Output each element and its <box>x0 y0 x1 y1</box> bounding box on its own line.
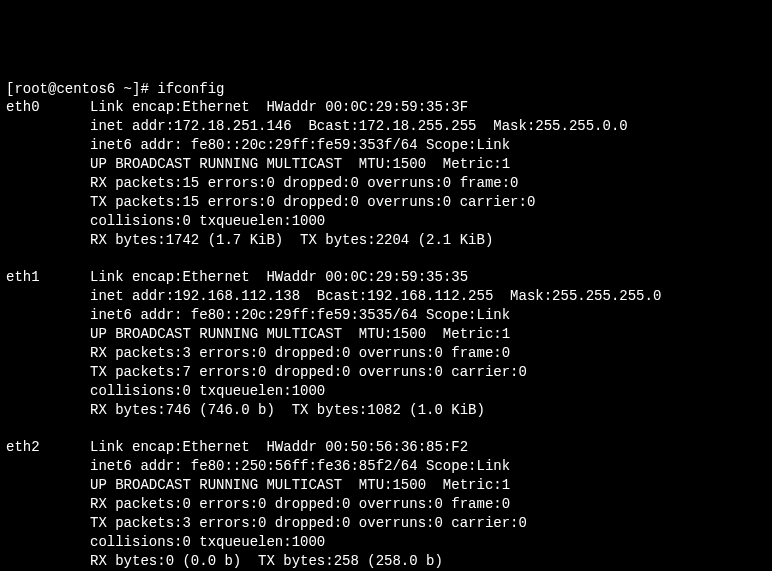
iface-detail: Link encap:Ethernet HWaddr 00:0C:29:59:3… <box>90 269 468 285</box>
iface-detail: collisions:0 txqueuelen:1000 <box>90 534 325 550</box>
iface-line: inet addr:172.18.251.146 Bcast:172.18.25… <box>6 117 766 136</box>
iface-detail: collisions:0 txqueuelen:1000 <box>90 383 325 399</box>
iface-detail: inet addr:192.168.112.138 Bcast:192.168.… <box>90 288 661 304</box>
iface-detail: UP BROADCAST RUNNING MULTICAST MTU:1500 … <box>90 477 510 493</box>
iface-detail: RX bytes:746 (746.0 b) TX bytes:1082 (1.… <box>90 402 485 418</box>
iface-line: inet addr:192.168.112.138 Bcast:192.168.… <box>6 287 766 306</box>
blank-line <box>6 250 766 269</box>
iface-line: eth0 Link encap:Ethernet HWaddr 00:0C:29… <box>6 98 766 117</box>
iface-line: inet6 addr: fe80::20c:29ff:fe59:3535/64 … <box>6 306 766 325</box>
iface-line: RX bytes:746 (746.0 b) TX bytes:1082 (1.… <box>6 401 766 420</box>
iface-line: inet6 addr: fe80::250:56ff:fe36:85f2/64 … <box>6 457 766 476</box>
iface-line: UP BROADCAST RUNNING MULTICAST MTU:1500 … <box>6 325 766 344</box>
terminal-output[interactable]: [root@centos6 ~]# ifconfigeth0 Link enca… <box>6 80 766 571</box>
iface-line: collisions:0 txqueuelen:1000 <box>6 212 766 231</box>
iface-detail: UP BROADCAST RUNNING MULTICAST MTU:1500 … <box>90 156 510 172</box>
iface-line: RX bytes:0 (0.0 b) TX bytes:258 (258.0 b… <box>6 552 766 571</box>
iface-detail: TX packets:3 errors:0 dropped:0 overruns… <box>90 515 527 531</box>
iface-detail: TX packets:7 errors:0 dropped:0 overruns… <box>90 364 527 380</box>
iface-detail: RX bytes:0 (0.0 b) TX bytes:258 (258.0 b… <box>90 553 443 569</box>
command-text: ifconfig <box>157 81 224 97</box>
iface-line: RX bytes:1742 (1.7 KiB) TX bytes:2204 (2… <box>6 231 766 250</box>
shell-prompt: [root@centos6 ~]# <box>6 81 157 97</box>
iface-line: eth2 Link encap:Ethernet HWaddr 00:50:56… <box>6 438 766 457</box>
blank-line <box>6 420 766 439</box>
iface-line: collisions:0 txqueuelen:1000 <box>6 533 766 552</box>
iface-line: RX packets:0 errors:0 dropped:0 overruns… <box>6 495 766 514</box>
iface-detail: RX packets:3 errors:0 dropped:0 overruns… <box>90 345 510 361</box>
iface-detail: inet6 addr: fe80::20c:29ff:fe59:3535/64 … <box>90 307 510 323</box>
iface-line: inet6 addr: fe80::20c:29ff:fe59:353f/64 … <box>6 136 766 155</box>
iface-detail: Link encap:Ethernet HWaddr 00:50:56:36:8… <box>90 439 468 455</box>
iface-line: RX packets:3 errors:0 dropped:0 overruns… <box>6 344 766 363</box>
iface-detail: Link encap:Ethernet HWaddr 00:0C:29:59:3… <box>90 99 468 115</box>
prompt-line: [root@centos6 ~]# ifconfig <box>6 80 766 99</box>
iface-detail: UP BROADCAST RUNNING MULTICAST MTU:1500 … <box>90 326 510 342</box>
iface-detail: inet6 addr: fe80::20c:29ff:fe59:353f/64 … <box>90 137 510 153</box>
iface-line: TX packets:3 errors:0 dropped:0 overruns… <box>6 514 766 533</box>
iface-name: eth1 <box>6 269 40 285</box>
iface-line: TX packets:15 errors:0 dropped:0 overrun… <box>6 193 766 212</box>
iface-detail: RX bytes:1742 (1.7 KiB) TX bytes:2204 (2… <box>90 232 493 248</box>
iface-line: RX packets:15 errors:0 dropped:0 overrun… <box>6 174 766 193</box>
iface-line: eth1 Link encap:Ethernet HWaddr 00:0C:29… <box>6 268 766 287</box>
iface-line: UP BROADCAST RUNNING MULTICAST MTU:1500 … <box>6 155 766 174</box>
iface-name: eth0 <box>6 99 40 115</box>
iface-detail: inet6 addr: fe80::250:56ff:fe36:85f2/64 … <box>90 458 510 474</box>
iface-line: UP BROADCAST RUNNING MULTICAST MTU:1500 … <box>6 476 766 495</box>
iface-detail: TX packets:15 errors:0 dropped:0 overrun… <box>90 194 535 210</box>
iface-detail: RX packets:0 errors:0 dropped:0 overruns… <box>90 496 510 512</box>
iface-detail: inet addr:172.18.251.146 Bcast:172.18.25… <box>90 118 628 134</box>
iface-detail: RX packets:15 errors:0 dropped:0 overrun… <box>90 175 518 191</box>
iface-line: TX packets:7 errors:0 dropped:0 overruns… <box>6 363 766 382</box>
iface-detail: collisions:0 txqueuelen:1000 <box>90 213 325 229</box>
iface-name: eth2 <box>6 439 40 455</box>
iface-line: collisions:0 txqueuelen:1000 <box>6 382 766 401</box>
